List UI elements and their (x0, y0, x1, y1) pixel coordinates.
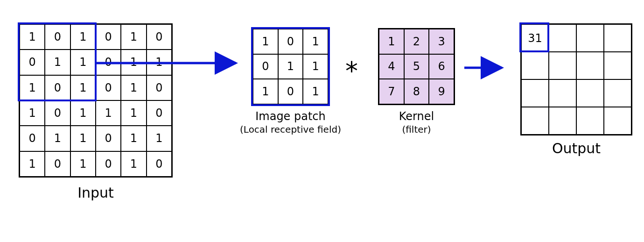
arrow-input-to-patch (96, 56, 245, 70)
image-patch-grid: 101011101 (252, 28, 329, 105)
input-cell: 0 (20, 50, 45, 75)
input-cell: 1 (70, 126, 96, 151)
output-cell (521, 79, 549, 107)
patch-cell: 0 (278, 29, 303, 54)
output-cell (549, 24, 576, 52)
input-cell: 1 (121, 75, 146, 100)
convolution-operator: * (345, 56, 358, 85)
patch-cell: 0 (278, 79, 303, 104)
input-grid: 101010011011101010101110011011101010 (19, 23, 173, 178)
kernel-cell: 8 (404, 79, 429, 104)
patch-cell: 0 (253, 54, 278, 79)
image-patch-label: Image patch (Local receptive field) (229, 110, 352, 135)
input-cell: 1 (121, 24, 146, 50)
output-cell (604, 24, 631, 52)
input-cell: 1 (70, 100, 96, 126)
arrow-kernel-to-output (464, 61, 511, 75)
input-cell: 0 (20, 126, 45, 151)
kernel-cell: 5 (404, 54, 429, 79)
kernel-cell: 6 (429, 54, 454, 79)
input-cell: 1 (121, 151, 146, 177)
kernel-cell: 4 (379, 54, 404, 79)
output-label-text: Output (552, 140, 601, 157)
input-cell: 1 (70, 50, 96, 75)
image-patch-label-text: Image patch (255, 110, 326, 123)
input-cell: 0 (45, 151, 70, 177)
patch-cell: 1 (278, 54, 303, 79)
output-cell (604, 52, 631, 79)
input-label-text: Input (77, 185, 114, 201)
kernel-cell: 9 (429, 79, 454, 104)
input-cell: 0 (147, 24, 172, 50)
input-cell: 0 (45, 75, 70, 100)
input-cell: 0 (96, 75, 121, 100)
patch-cell: 1 (303, 29, 328, 54)
input-label: Input (19, 185, 173, 201)
output-cell (549, 52, 576, 79)
kernel-cell: 1 (379, 29, 404, 54)
input-cell: 1 (147, 126, 172, 151)
input-cell: 0 (147, 75, 172, 100)
image-patch-sublabel: (Local receptive field) (229, 124, 352, 135)
kernel-cell: 3 (429, 29, 454, 54)
patch-cell: 1 (253, 29, 278, 54)
input-cell: 1 (20, 75, 45, 100)
output-grid: 31 (520, 23, 632, 135)
input-cell: 0 (147, 100, 172, 126)
output-cell (521, 52, 549, 79)
input-cell: 0 (45, 100, 70, 126)
input-cell: 1 (70, 24, 96, 50)
output-cell (576, 79, 604, 107)
input-cell: 1 (96, 100, 121, 126)
input-cell: 0 (96, 126, 121, 151)
input-cell: 1 (70, 75, 96, 100)
kernel-label-text: Kernel (399, 110, 434, 123)
input-cell: 1 (20, 100, 45, 126)
output-cell (576, 24, 604, 52)
kernel-sublabel: (filter) (378, 124, 455, 135)
kernel-cell: 7 (379, 79, 404, 104)
output-cell (549, 107, 576, 135)
input-cell: 0 (147, 151, 172, 177)
input-cell: 1 (121, 100, 146, 126)
output-cell (604, 79, 631, 107)
input-cell: 1 (20, 24, 45, 50)
convolution-diagram: 101010011011101010101110011011101010 Inp… (9, 14, 635, 228)
patch-cell: 1 (303, 54, 328, 79)
output-cell: 31 (521, 24, 549, 52)
output-cell (521, 107, 549, 135)
kernel-label: Kernel (filter) (378, 110, 455, 135)
input-cell: 0 (96, 24, 121, 50)
input-cell: 0 (96, 151, 121, 177)
input-cell: 1 (20, 151, 45, 177)
operator-symbol: * (345, 56, 358, 85)
input-cell: 1 (70, 151, 96, 177)
input-cell: 0 (45, 24, 70, 50)
patch-cell: 1 (303, 79, 328, 104)
output-cell (576, 107, 604, 135)
input-cell: 1 (121, 126, 146, 151)
kernel-cell: 2 (404, 29, 429, 54)
patch-cell: 1 (253, 79, 278, 104)
output-label: Output (520, 140, 632, 157)
output-cell (549, 79, 576, 107)
input-cell: 1 (45, 126, 70, 151)
input-cell: 1 (45, 50, 70, 75)
output-cell (604, 107, 631, 135)
output-cell (576, 52, 604, 79)
kernel-grid: 123456789 (378, 28, 455, 105)
